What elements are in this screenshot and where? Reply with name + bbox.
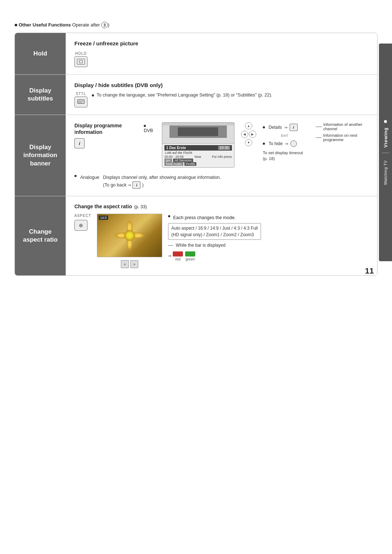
green-label: green xyxy=(185,257,195,261)
color-btns-row: ⇒ red green xyxy=(168,251,261,261)
channel-time: 20:30 xyxy=(218,146,230,150)
nav-arrow-right[interactable]: » xyxy=(130,260,138,268)
aspect-right-cell: Change the aspect ratio (p. 33) ASPECT ⊕ xyxy=(66,196,377,275)
arrow-left[interactable]: ◀ xyxy=(241,131,248,138)
page-number: 11 xyxy=(365,266,374,276)
for-info: For info press xyxy=(212,155,232,159)
right-sidebar: Viewing Watching TV xyxy=(379,44,392,261)
flower-petals xyxy=(115,221,144,250)
dash-line-3 xyxy=(168,245,173,246)
dvb-label: DVB xyxy=(144,123,155,133)
dvb-panel-top xyxy=(162,126,234,144)
dvb-section: DVB xyxy=(144,122,155,133)
sidebar-dot xyxy=(384,120,387,123)
arrow-down[interactable]: ▼ xyxy=(245,139,252,146)
subtitles-row: Display subtitles Display / hide subtitl… xyxy=(15,75,377,115)
dvb-panel-bottom: 1 Das Erste 20:30 Lotti auf der Flucht 2… xyxy=(162,144,234,167)
mode-list: Auto aspect / 16:9 / 14:9 / Just / 4:3 /… xyxy=(168,223,261,240)
operate-after: Operate after xyxy=(72,22,100,28)
aspect-title: Change the aspect ratio xyxy=(74,204,132,209)
flower-image: 14:9 xyxy=(97,214,162,257)
annotation-next: Information on next programme xyxy=(316,133,368,142)
subtitles-label: Display subtitles xyxy=(20,87,61,103)
aspect-content: Change the aspect ratio (p. 33) ASPECT ⊕ xyxy=(74,204,368,268)
hold-btn-icon-inner xyxy=(77,59,85,65)
profile-badge: Profile xyxy=(184,162,197,166)
to-hide-arrow-icon: ⇒ xyxy=(285,141,288,146)
main-table: Hold Freeze / unfreeze picture HOLD Disp… xyxy=(15,33,377,276)
info-banner-label: Display information banner xyxy=(20,143,61,167)
info-next: Information on next programme xyxy=(323,133,368,142)
dvb-bottom-row: Multi Audio Profile xyxy=(164,162,232,166)
sttl-note: To change the language, see "Preferred L… xyxy=(92,92,272,99)
hold-right-cell: Freeze / unfreeze picture HOLD xyxy=(66,33,377,74)
nav-arrow-left[interactable]: « xyxy=(121,260,129,268)
arrow-right-btn[interactable]: ▶ xyxy=(249,131,256,138)
go-back-arrow-icon: ⇒ xyxy=(128,183,131,188)
while-bar-section: While the bar is displayed xyxy=(168,243,261,248)
info-banner-right-cell: Display programme information i DVB xyxy=(66,115,377,196)
sttl-row: STTL To change the language, see "Prefer… xyxy=(74,92,368,107)
hold-row: Hold Freeze / unfreeze picture HOLD xyxy=(15,33,377,75)
header-label: Other Useful Functions xyxy=(19,22,71,28)
hold-left-cell: Hold xyxy=(15,33,66,74)
aspect-title-row: Change the aspect ratio (p. 33) xyxy=(74,204,368,209)
to-hide-text: To hide xyxy=(269,141,283,146)
sidebar-content: Viewing Watching TV xyxy=(382,44,389,261)
analogue-desc: Displays channel only, after showing ana… xyxy=(103,175,221,180)
each-press-row: Each press changes the mode. xyxy=(168,215,261,220)
hold-btn-icon[interactable] xyxy=(74,56,87,67)
sttl-icon[interactable] xyxy=(74,97,87,107)
info-banner-content: Display programme information i DVB xyxy=(74,122,368,189)
display-prog-row: Display programme information i DVB xyxy=(74,122,368,168)
sidebar-viewing-text: Viewing xyxy=(383,127,388,148)
dvb-panel-wrapper: 1 Das Erste 20:30 Lotti auf der Flucht 2… xyxy=(162,122,234,168)
green-btn-section: green xyxy=(185,251,195,261)
dvb-bar-row: 1 Das Erste 20:30 xyxy=(164,145,232,151)
hold-small-rect xyxy=(79,60,83,63)
color-arrow-icon: ⇒ xyxy=(168,254,171,258)
details-arrow-icon: ⇒ xyxy=(284,125,287,130)
analogue-label: Analogue xyxy=(80,175,99,180)
hold-button-box: HOLD xyxy=(74,52,87,67)
i-button[interactable]: i xyxy=(74,138,85,148)
to-hide-circle[interactable] xyxy=(290,140,297,147)
details-i-box[interactable]: i xyxy=(290,124,298,131)
green-btn[interactable] xyxy=(185,251,195,257)
circle-num: 3 xyxy=(101,22,108,28)
aspect-right-info: Each press changes the mode. Auto aspect… xyxy=(168,214,261,261)
aspect-btn[interactable]: ⊕ xyxy=(74,220,87,231)
aspect-left-cell: Change aspect ratio xyxy=(15,196,66,275)
svg-rect-0 xyxy=(78,100,84,103)
go-back-close: ) xyxy=(142,182,143,188)
analogue-row: Analogue Displays channel only, after sh… xyxy=(74,175,368,189)
subtitles-right-cell: Display / hide subtitles (DVB only) STTL xyxy=(66,75,377,115)
sttl-note-text: To change the language, see "Preferred L… xyxy=(97,93,272,98)
aspect-btn-label: ASPECT xyxy=(74,214,91,218)
each-press-bullet xyxy=(168,215,170,217)
details-row: Details ⇒ i xyxy=(263,124,306,131)
nav-arrows-row: « » xyxy=(121,260,138,268)
aspect-cross-icon: ⊕ xyxy=(79,222,83,228)
flower-section: 14:9 « xyxy=(97,214,162,268)
exit-label: EXIT xyxy=(263,134,306,138)
red-label: red xyxy=(175,257,180,261)
dvb-annotations: Information of another channel Informati… xyxy=(313,122,368,142)
sttl-button-box: STTL xyxy=(74,92,87,107)
to-set-display: To set display timeout (p. 18) xyxy=(263,150,306,161)
programme-name: Lotti auf der Flucht xyxy=(164,151,232,155)
dash-line-2 xyxy=(316,138,322,138)
flower-center xyxy=(124,230,135,241)
go-back-i-box[interactable]: i xyxy=(132,181,140,189)
dash-line-1 xyxy=(316,127,322,127)
dvb-panel: 1 Das Erste 20:30 Lotti auf der Flucht 2… xyxy=(162,122,234,168)
arrow-lr-row: ◀ ▶ xyxy=(241,131,256,138)
channel-name: 1 Das Erste xyxy=(166,146,186,150)
red-btn[interactable] xyxy=(173,251,183,257)
aspect-label: Change aspect ratio xyxy=(20,228,61,244)
dvb-nav-arrows: ▲ ◀ ▶ ▼ xyxy=(241,122,256,150)
section-header: ■ Other Useful Functions Operate after 3… xyxy=(15,22,377,28)
sidebar-divider xyxy=(382,153,389,153)
analogue-desc-section: Displays channel only, after showing ana… xyxy=(103,175,221,189)
arrow-up[interactable]: ▲ xyxy=(245,122,252,130)
